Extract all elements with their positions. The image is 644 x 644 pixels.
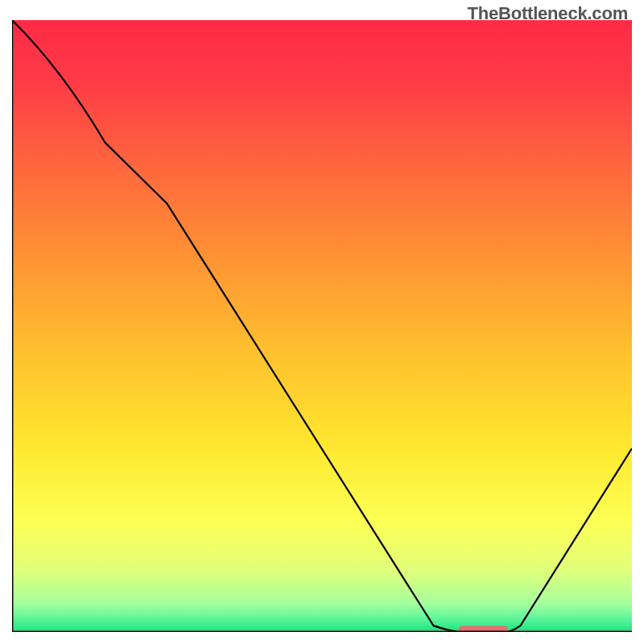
chart-container: TheBottleneck.com bbox=[0, 0, 644, 644]
gradient-background bbox=[14, 20, 633, 631]
chart-svg bbox=[12, 20, 632, 632]
watermark-text: TheBottleneck.com bbox=[467, 3, 628, 24]
plot-area bbox=[12, 20, 632, 632]
